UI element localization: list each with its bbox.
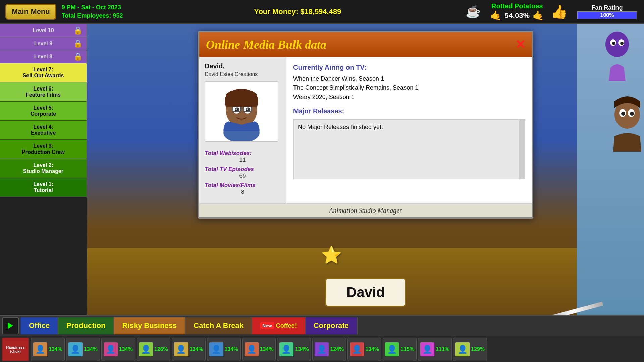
sidebar-item-level6[interactable]: Level 6:Feature Films [0,82,87,102]
fan-rating-section: Fan Rating 100% [577,4,637,19]
employee-pct-0: 134% [49,346,62,352]
movies-label: Total Movies/Films [205,182,280,189]
modal-close-button[interactable]: ✕ [515,38,525,52]
major-releases-box: No Major Releases finished yet. [293,119,525,179]
thumbs-up-icon: 👍 [551,4,568,20]
show-item-1: The Concept Simplistically Remains, Seas… [293,84,525,92]
show-item-0: When the Dancer Wins, Season 1 [293,75,525,82]
stats-section: Total Webisodes: 11 Total TV Episodes 69… [205,147,280,195]
character-portrait [205,81,278,142]
coffee-icon: ☕ [466,5,481,19]
tv-episodes-label: Total TV Episodes [205,166,280,173]
sidebar-item-level4[interactable]: Level 4:Executive [0,121,87,140]
level-sidebar: Level 10 🔒 Level 9 🔒 Level 8 🔒 Level 7:S… [0,24,87,362]
scroll-bar[interactable] [519,120,525,179]
game-area: RECEIPT! RECEIPT! ⭐ David Online Media B… [87,24,644,362]
fan-rating-value: 100% [578,12,637,19]
webisodes-label: Total Webisodes: [205,150,280,157]
modal-body: David, David Estes Creations [199,57,532,203]
sidebar-item-level1[interactable]: Level 1:Tutorial [0,178,87,197]
currently-airing-title: Currently Airing on TV: [293,64,525,71]
employee-avatar-0: 👤 [33,342,47,356]
rotted-potatoes-value: 54.03% [504,11,530,20]
happiness-button[interactable]: Happiness(click) [2,338,29,361]
show-item-2: Weary 2020, Season 1 [293,94,525,101]
modal-footer: Animation Studio Manager [199,203,532,217]
sidebar-item-level9[interactable]: Level 9 🔒 [0,37,87,50]
modal-title: Online Media Bulk data [206,38,326,52]
shows-list: When the Dancer Wins, Season 1 The Conce… [293,75,525,101]
sidebar-item-level3[interactable]: Level 3:Production Crew [0,140,87,159]
no-releases-text: No Major Releases finished yet. [298,124,521,131]
character-svg [205,82,278,141]
modal-header: Online Media Bulk data ✕ [199,32,532,57]
webisodes-value: 11 [205,157,280,163]
employee-avatar-1: 👤 [68,342,83,356]
fan-rating-bar-container: 100% [577,11,637,19]
play-icon [8,322,13,329]
modal-dialog: Online Media Bulk data ✕ David, David Es… [198,31,533,219]
svg-point-6 [235,108,237,110]
sidebar-item-level8[interactable]: Level 8 🔒 [0,50,87,63]
rotted-potatoes-section: Rotted Potatoes 🤙 54.03% 🤙 [490,2,544,21]
sidebar-item-level10[interactable]: Level 10 🔒 [0,24,87,37]
top-bar: Main Menu 9 PM - Sat - Oct 2023 Total Em… [0,0,644,24]
company-name: David Estes Creations [205,71,280,77]
employee-card-0[interactable]: 👤 134% [31,338,65,361]
fan-rating-title: Fan Rating [577,4,637,11]
hand-right-icon: 🤙 [532,10,544,21]
play-button[interactable] [2,317,19,334]
datetime-info: 9 PM - Sat - Oct 2023 Total Employees: 9… [62,3,123,20]
movies-value: 8 [205,189,280,195]
player-name: David, [205,62,280,70]
lock-icon: 🔒 [73,26,83,35]
money-display: Your Money: $18,594,489 [129,7,466,16]
major-releases-title: Major Releases: [293,107,525,115]
datetime-text: 9 PM - Sat - Oct 2023 [62,3,123,12]
sidebar-item-level5[interactable]: Level 5:Corporate [0,102,87,121]
lock-icon: 🔒 [73,39,83,48]
sidebar-item-level7[interactable]: Level 7:Sell-Out Awards [0,63,87,82]
lock-icon: 🔒 [73,52,83,61]
modal-left-panel: David, David Estes Creations [199,57,286,203]
rotted-potatoes-title: Rotted Potatoes [490,2,544,10]
modal-overlay: Online Media Bulk data ✕ David, David Es… [87,24,644,362]
tv-episodes-value: 69 [205,173,280,179]
tab-office[interactable]: Office [21,317,58,334]
footer-title: Animation Studio Manager [205,207,527,215]
svg-point-7 [247,108,248,110]
main-content: Level 10 🔒 Level 9 🔒 Level 8 🔒 Level 7:S… [0,24,644,362]
modal-right-panel: Currently Airing on TV: When the Dancer … [286,57,532,203]
main-menu-button[interactable]: Main Menu [5,4,56,20]
hand-left-icon: 🤙 [490,10,502,21]
employees-count: Total Employees: 952 [62,12,123,20]
happiness-label: Happiness(click) [6,345,25,353]
sidebar-item-level2[interactable]: Level 2:Studio Manager [0,159,87,178]
